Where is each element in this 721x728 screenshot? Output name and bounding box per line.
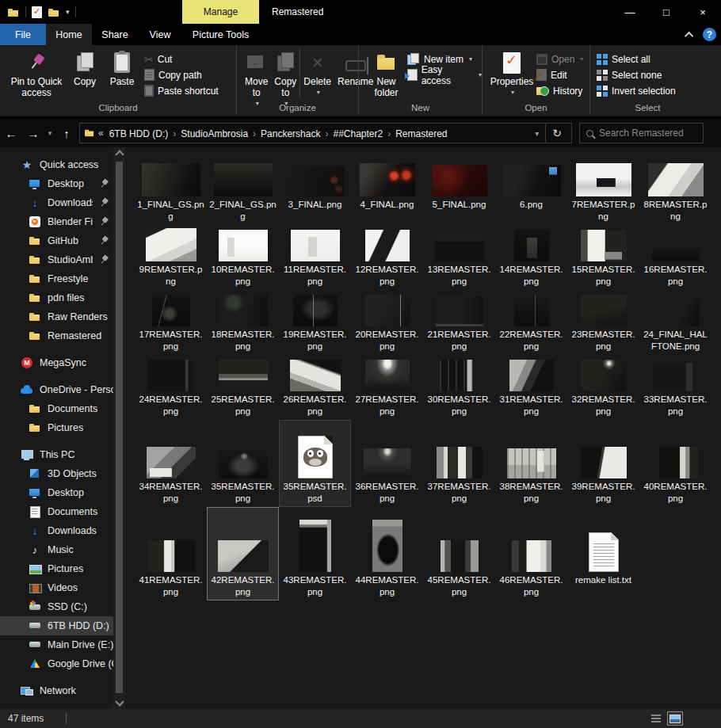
sidebar-item-desktop[interactable]: Desktop [0, 174, 113, 193]
move-to-button[interactable]: Move to ▾ [242, 48, 271, 109]
file-tile[interactable]: 31REMASTER.png [495, 355, 567, 420]
file-tile[interactable]: 30REMASTER.png [423, 355, 495, 420]
file-tile[interactable]: 20REMASTER.png [351, 290, 423, 355]
file-tile[interactable]: 14REMASTER.png [495, 225, 567, 290]
breadcrumb-item[interactable]: Remastered [392, 128, 450, 139]
sidebar-item-studioambro[interactable]: StudioAmbro [0, 250, 113, 269]
edit-button[interactable]: Edit [536, 68, 589, 82]
file-tile[interactable]: 46REMASTER.png [495, 507, 567, 600]
file-tile[interactable]: 11REMASTER.png [279, 225, 351, 290]
qat-new-folder-icon[interactable] [48, 6, 60, 17]
file-tile[interactable]: 35REMASTER.psd [279, 420, 351, 507]
sidebar-item-this-pc[interactable]: This PC [0, 445, 113, 464]
sidebar-item-freestyle[interactable]: Freestyle [0, 269, 113, 288]
file-tile[interactable]: 19REMASTER.png [279, 290, 351, 355]
file-tile[interactable]: 32REMASTER.png [567, 355, 639, 420]
address-dropdown-icon[interactable]: ▾ [528, 129, 545, 138]
sidebar-item-remastered[interactable]: Remastered [0, 326, 113, 345]
file-tile[interactable]: 12REMASTER.png [351, 225, 423, 290]
breadcrumb-collapse-icon[interactable]: « [96, 128, 106, 139]
help-icon[interactable]: ? [703, 28, 716, 41]
select-none-button[interactable]: Select none [597, 68, 701, 82]
address-bar[interactable]: « 6TB HDD (D:)›StudioAmbrosia›Panckersha… [79, 123, 572, 143]
qat-customize-icon[interactable]: ▾ [66, 8, 70, 16]
file-tile[interactable]: 17REMASTER.png [135, 290, 207, 355]
delete-button[interactable]: × Delete ▾ [299, 48, 334, 98]
tab-share[interactable]: Share [92, 24, 138, 45]
file-tile[interactable]: 8REMASTER.png [639, 152, 711, 225]
breadcrumb-item[interactable]: Panckershack [258, 128, 323, 139]
breadcrumb-item[interactable]: 6TB HDD (D:) [106, 128, 172, 139]
qat-folder-icon[interactable] [7, 6, 20, 17]
sidebar-item-network[interactable]: Network [0, 681, 113, 700]
sidebar-item-raw-renders[interactable]: Raw Renders [0, 307, 113, 326]
refresh-icon[interactable]: ↻ [545, 124, 568, 143]
sidebar-item-github[interactable]: GitHub [0, 231, 113, 250]
file-tile[interactable]: remake list.txt [567, 507, 639, 600]
file-tile[interactable]: 7REMASTER.png [567, 152, 639, 225]
file-tile[interactable]: 33REMASTER.png [639, 355, 711, 420]
file-tile[interactable]: 18REMASTER.png [207, 290, 279, 355]
recent-locations-icon[interactable]: ▾ [44, 129, 55, 137]
scroll-up-icon[interactable] [115, 150, 124, 158]
tab-view[interactable]: View [138, 24, 182, 45]
sidebar-item-ssd-c-[interactable]: SSD (C:) [0, 597, 113, 616]
file-tile[interactable]: 10REMASTER.png [207, 225, 279, 290]
file-tile[interactable]: 44REMASTER.png [351, 507, 423, 600]
sidebar-item-megasync[interactable]: MegaSync [0, 353, 113, 372]
file-tile[interactable]: 42REMASTER.png [207, 507, 279, 600]
cut-button[interactable]: ✂ Cut [144, 52, 235, 66]
sidebar-item-quick-access[interactable]: Quick access [0, 155, 113, 174]
maximize-button[interactable]: □ [648, 0, 685, 24]
sidebar-item-documents[interactable]: Documents [0, 399, 113, 418]
file-tile[interactable]: 41REMASTER.png [135, 507, 207, 600]
close-button[interactable]: × [685, 0, 721, 24]
file-tile[interactable]: 6.png [495, 152, 567, 225]
sidebar-item-music[interactable]: Music [0, 540, 113, 559]
sidebar-item-3d-objects[interactable]: 3D Objects [0, 464, 113, 483]
history-button[interactable]: History [536, 84, 589, 97]
qat-properties-icon[interactable] [32, 6, 42, 18]
thumbnails-view-button[interactable] [667, 711, 683, 726]
file-tile[interactable]: 21REMASTER.png [423, 290, 495, 355]
easy-access-button[interactable]: Easy access ▾ [407, 68, 482, 82]
invert-selection-button[interactable]: Invert selection [597, 84, 701, 97]
copy-button[interactable]: Copy [67, 48, 103, 87]
file-tile[interactable]: 23REMASTER.png [567, 290, 639, 355]
copy-to-button[interactable]: Copy to ▾ [271, 48, 299, 109]
file-tile[interactable]: 24REMASTER.png [135, 355, 207, 420]
file-tile[interactable]: 38REMASTER.png [495, 420, 567, 507]
file-tile[interactable]: 26REMASTER.png [279, 355, 351, 420]
file-tile[interactable]: 37REMASTER.png [423, 420, 495, 507]
scrollbar-thumb[interactable] [116, 162, 123, 693]
breadcrumb-item[interactable]: StudioAmbrosia [177, 128, 251, 139]
file-tile[interactable]: 5_FINAL.png [423, 152, 495, 225]
select-all-button[interactable]: Select all [597, 52, 701, 66]
copy-path-button[interactable]: Copy path [144, 68, 235, 82]
file-tile[interactable]: 2_FINAL_GS.png [207, 152, 279, 225]
sidebar-item-blender-files[interactable]: Blender Files [0, 212, 113, 231]
sidebar-item-desktop[interactable]: Desktop [0, 483, 113, 502]
file-tile[interactable]: 3_FINAL.png [279, 152, 351, 225]
file-tile[interactable]: 13REMASTER.png [423, 225, 495, 290]
file-tile[interactable]: 39REMASTER.png [567, 420, 639, 507]
file-tile[interactable]: 27REMASTER.png [351, 355, 423, 420]
sidebar-item-pdn-files[interactable]: pdn files [0, 288, 113, 307]
up-button[interactable]: ↑ [55, 127, 78, 140]
file-tile[interactable]: 24_FINAL_HALFTONE.png [639, 290, 711, 355]
scroll-down-icon[interactable] [115, 697, 124, 706]
file-tile[interactable]: 9REMASTER.png [135, 225, 207, 290]
sidebar-item-main-drive-e-[interactable]: Main Drive (E:) [0, 635, 113, 654]
manage-contextual-tab[interactable]: Manage [182, 0, 259, 24]
forward-button[interactable]: → [22, 127, 44, 140]
sidebar-item-pictures[interactable]: Pictures [0, 559, 113, 578]
details-view-button[interactable] [648, 711, 664, 726]
file-tile[interactable]: 36REMASTER.png [351, 420, 423, 507]
file-tile[interactable]: 25REMASTER.png [207, 355, 279, 420]
file-tile[interactable]: 4_FINAL.png [351, 152, 423, 225]
sidebar-item-onedrive-persor[interactable]: OneDrive - Persor [0, 380, 113, 399]
sidebar-item-google-drive-g-[interactable]: Google Drive (G: [0, 654, 113, 673]
sidebar-item-6tb-hdd-d-[interactable]: 6TB HDD (D:) [0, 616, 113, 635]
breadcrumb-item[interactable]: ##Chapter2 [330, 128, 386, 139]
file-tile[interactable]: 34REMASTER.png [135, 420, 207, 507]
